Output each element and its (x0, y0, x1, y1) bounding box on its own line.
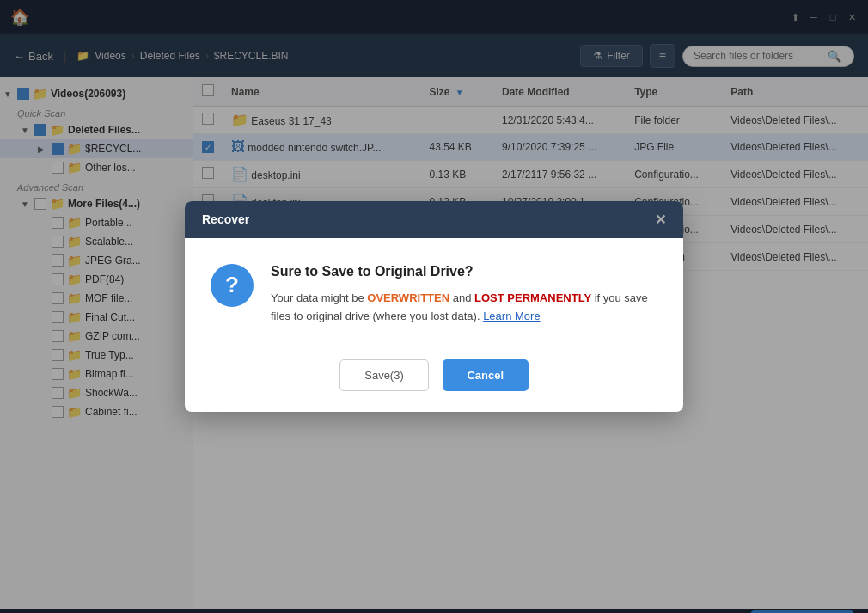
overwritten-text: OVERWRITTEN (367, 291, 449, 304)
modal-content-row: ? Sure to Save to Original Drive? Your d… (211, 264, 657, 326)
cancel-button[interactable]: Cancel (443, 359, 529, 391)
modal-heading: Sure to Save to Original Drive? (271, 264, 657, 279)
lost-text: LOST PERMANENTLY (474, 291, 591, 304)
modal-title: Recover (202, 212, 249, 226)
modal-text-area: Sure to Save to Original Drive? Your dat… (271, 264, 657, 326)
question-icon: ? (211, 264, 254, 307)
modal-close-button[interactable]: ✕ (655, 211, 666, 228)
save-button[interactable]: Save(3) (339, 359, 429, 391)
body-prefix: Your data might be (271, 291, 367, 304)
modal-dialog: Recover ✕ ? Sure to Save to Original Dri… (185, 201, 683, 413)
modal-body: ? Sure to Save to Original Drive? Your d… (185, 238, 683, 343)
modal-footer: Save(3) Cancel (185, 342, 683, 412)
learn-more-link[interactable]: Learn More (483, 310, 540, 322)
modal-overlay[interactable]: Recover ✕ ? Sure to Save to Original Dri… (0, 0, 868, 613)
modal-body-text: Your data might be OVERWRITTEN and LOST … (271, 290, 657, 326)
and-text: and (449, 291, 474, 304)
modal-header: Recover ✕ (185, 201, 683, 238)
